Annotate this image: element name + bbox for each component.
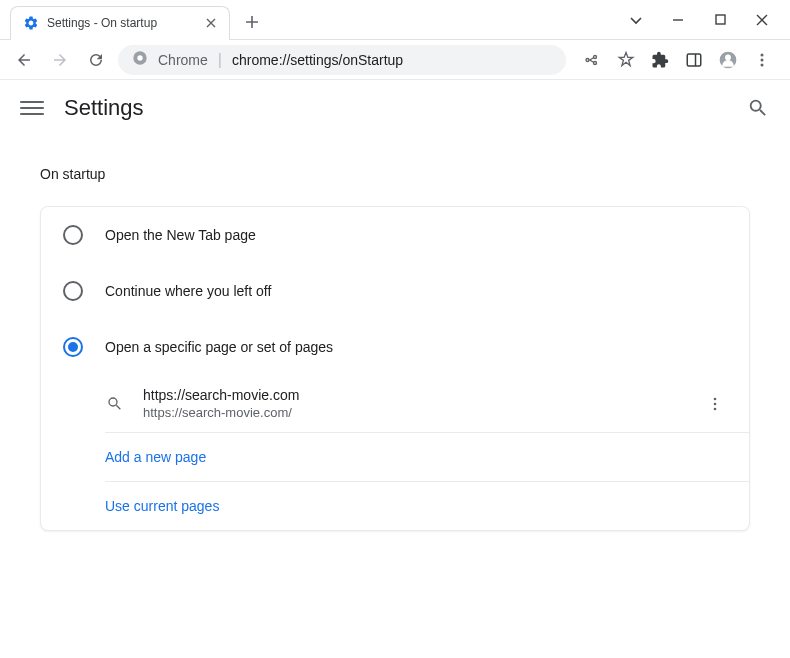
startup-card: Open the New Tab page Continue where you… bbox=[40, 206, 750, 531]
radio-icon bbox=[63, 225, 83, 245]
extensions-icon[interactable] bbox=[650, 50, 670, 70]
search-icon bbox=[105, 396, 125, 412]
forward-button[interactable] bbox=[46, 46, 74, 74]
svg-point-6 bbox=[761, 53, 764, 56]
svg-point-10 bbox=[714, 397, 717, 400]
minimize-icon[interactable] bbox=[668, 10, 688, 30]
svg-point-11 bbox=[714, 402, 717, 405]
url-bar: Chrome | chrome://settings/onStartup bbox=[0, 40, 790, 80]
chevron-down-icon[interactable] bbox=[626, 10, 646, 30]
address-bar[interactable]: Chrome | chrome://settings/onStartup bbox=[118, 45, 566, 75]
address-divider: | bbox=[218, 51, 222, 69]
bookmark-star-icon[interactable] bbox=[616, 50, 636, 70]
address-prefix: Chrome bbox=[158, 52, 208, 68]
section-label: On startup bbox=[40, 166, 750, 182]
reload-button[interactable] bbox=[82, 46, 110, 74]
svg-point-7 bbox=[761, 58, 764, 61]
close-tab-icon[interactable] bbox=[203, 15, 219, 31]
radio-icon bbox=[63, 281, 83, 301]
gear-icon bbox=[23, 15, 39, 31]
maximize-icon[interactable] bbox=[710, 10, 730, 30]
use-current-pages-button[interactable]: Use current pages bbox=[105, 482, 749, 530]
svg-point-8 bbox=[761, 63, 764, 66]
option-label: Open the New Tab page bbox=[105, 227, 256, 243]
svg-point-5 bbox=[725, 54, 731, 60]
radio-icon bbox=[63, 337, 83, 357]
add-page-button[interactable]: Add a new page bbox=[105, 433, 749, 482]
startup-page-item: https://search-movie.com https://search-… bbox=[105, 375, 749, 433]
option-continue[interactable]: Continue where you left off bbox=[41, 263, 749, 319]
chrome-logo-icon bbox=[132, 50, 148, 70]
share-icon[interactable] bbox=[582, 50, 602, 70]
address-url: chrome://settings/onStartup bbox=[232, 52, 403, 68]
startup-pages-list: https://search-movie.com https://search-… bbox=[41, 375, 749, 530]
close-window-icon[interactable] bbox=[752, 10, 772, 30]
window-controls bbox=[626, 10, 790, 30]
page-title: Settings bbox=[64, 95, 144, 121]
option-specific-pages[interactable]: Open a specific page or set of pages bbox=[41, 319, 749, 375]
side-panel-icon[interactable] bbox=[684, 50, 704, 70]
settings-content: On startup Open the New Tab page Continu… bbox=[0, 136, 790, 541]
page-item-url: https://search-movie.com/ bbox=[143, 405, 685, 420]
back-button[interactable] bbox=[10, 46, 38, 74]
settings-header: Settings bbox=[0, 80, 790, 136]
menu-icon[interactable] bbox=[752, 50, 772, 70]
option-new-tab[interactable]: Open the New Tab page bbox=[41, 207, 749, 263]
svg-point-2 bbox=[137, 55, 142, 60]
option-label: Open a specific page or set of pages bbox=[105, 339, 333, 355]
new-tab-button[interactable] bbox=[238, 8, 266, 36]
profile-icon[interactable] bbox=[718, 50, 738, 70]
svg-point-12 bbox=[714, 407, 717, 410]
browser-tab[interactable]: Settings - On startup bbox=[10, 6, 230, 40]
svg-rect-3 bbox=[687, 54, 701, 66]
search-icon[interactable] bbox=[746, 96, 770, 120]
more-actions-icon[interactable] bbox=[703, 392, 727, 416]
svg-point-9 bbox=[109, 398, 117, 406]
window-titlebar: Settings - On startup bbox=[0, 0, 790, 40]
tab-title: Settings - On startup bbox=[47, 16, 195, 30]
option-label: Continue where you left off bbox=[105, 283, 271, 299]
svg-rect-0 bbox=[716, 15, 725, 24]
page-item-title: https://search-movie.com bbox=[143, 387, 685, 403]
hamburger-menu-icon[interactable] bbox=[20, 96, 44, 120]
